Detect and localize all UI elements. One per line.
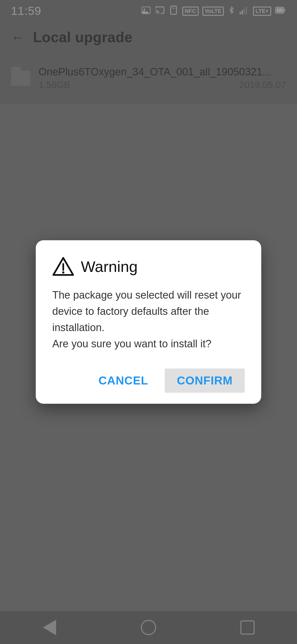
warning-dialog: Warning The package you selected will re… (36, 240, 261, 404)
svg-point-14 (62, 271, 64, 274)
dialog-buttons: CANCEL CONFIRM (52, 369, 245, 393)
confirm-button[interactable]: CONFIRM (165, 369, 245, 393)
dialog-message: The package you selected will reset your… (52, 287, 245, 352)
dialog-title-row: Warning (52, 257, 245, 276)
dialog-title: Warning (81, 258, 138, 275)
warning-icon (52, 257, 74, 276)
cancel-button[interactable]: CANCEL (87, 369, 159, 393)
dialog-overlay: Warning The package you selected will re… (0, 0, 297, 644)
